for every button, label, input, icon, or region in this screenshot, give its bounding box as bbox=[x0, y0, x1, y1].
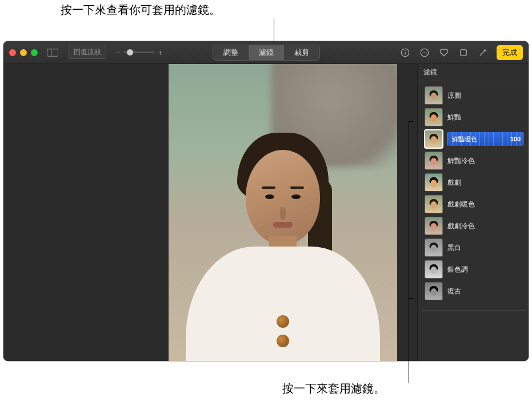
callout-top-leader bbox=[274, 18, 274, 41]
tab-filters[interactable]: 濾鏡 bbox=[249, 45, 284, 60]
panel-separator bbox=[422, 310, 526, 311]
aspect-icon[interactable] bbox=[458, 47, 469, 58]
filter-label: 鮮豔冷色 bbox=[447, 156, 475, 166]
filter-thumb bbox=[425, 195, 443, 213]
filter-label: 鮮豔 bbox=[447, 113, 461, 122]
filter-label: 戲劇 bbox=[447, 178, 461, 188]
filter-intensity-slider[interactable]: 鮮豔暖色100 bbox=[447, 132, 524, 146]
filter-鮮豔暖色[interactable]: 鮮豔暖色100 bbox=[423, 128, 525, 150]
filter-鮮豔[interactable]: 鮮豔 bbox=[423, 106, 525, 128]
filter-intensity-value: 100 bbox=[510, 136, 521, 142]
callout-bottom-leader bbox=[409, 299, 409, 383]
minimize-window-button[interactable] bbox=[20, 49, 27, 56]
svg-point-4 bbox=[405, 50, 405, 50]
filter-thumb bbox=[425, 282, 443, 300]
filters-panel: 濾鏡 原圖鮮豔鮮豔暖色100鮮豔冷色戲劇戲劇暖色戲劇冷色黑白銀色調復古 bbox=[417, 64, 529, 361]
filter-銀色調[interactable]: 銀色調 bbox=[423, 259, 525, 280]
filter-黑白[interactable]: 黑白 bbox=[423, 237, 525, 259]
titlebar: 回復原狀 − + 調整 濾鏡 裁剪 完成 bbox=[3, 41, 529, 64]
svg-point-8 bbox=[426, 52, 427, 53]
svg-rect-0 bbox=[47, 49, 58, 56]
filter-戲劇暖色[interactable]: 戲劇暖色 bbox=[423, 193, 525, 215]
more-icon[interactable] bbox=[419, 47, 430, 58]
filter-鮮豔冷色[interactable]: 鮮豔冷色 bbox=[423, 150, 525, 172]
filter-label: 鮮豔暖色 bbox=[452, 135, 477, 144]
done-button[interactable]: 完成 bbox=[497, 45, 523, 60]
filter-label: 銀色調 bbox=[447, 265, 468, 275]
filter-復古[interactable]: 復古 bbox=[423, 280, 525, 302]
close-window-button[interactable] bbox=[9, 49, 16, 56]
zoom-control[interactable]: − + bbox=[115, 48, 162, 57]
filters-bracket bbox=[409, 121, 413, 299]
edit-mode-segmented: 調整 濾鏡 裁剪 bbox=[213, 45, 320, 61]
zoom-in-icon[interactable]: + bbox=[158, 48, 162, 57]
photos-edit-window: 回復原狀 − + 調整 濾鏡 裁剪 完成 bbox=[3, 41, 529, 361]
zoom-slider[interactable] bbox=[123, 51, 154, 53]
filter-label: 原圖 bbox=[447, 91, 461, 101]
filter-thumb bbox=[425, 173, 443, 192]
filter-label: 黑白 bbox=[447, 243, 461, 253]
filter-戲劇冷色[interactable]: 戲劇冷色 bbox=[423, 215, 525, 237]
favorite-heart-icon[interactable] bbox=[438, 47, 450, 58]
callout-bottom: 按一下來套用濾鏡。 bbox=[282, 381, 385, 396]
filter-thumb bbox=[425, 130, 443, 148]
photo-canvas bbox=[3, 64, 417, 361]
filter-原圖[interactable]: 原圖 bbox=[423, 85, 525, 106]
info-icon[interactable] bbox=[399, 47, 411, 58]
auto-enhance-icon[interactable] bbox=[477, 47, 489, 58]
content-area: 濾鏡 原圖鮮豔鮮豔暖色100鮮豔冷色戲劇戲劇暖色戲劇冷色黑白銀色調復古 bbox=[3, 64, 529, 361]
tab-crop[interactable]: 裁剪 bbox=[284, 45, 319, 60]
filter-label: 戲劇冷色 bbox=[447, 221, 475, 231]
fullscreen-window-button[interactable] bbox=[31, 49, 38, 56]
panel-title: 濾鏡 bbox=[418, 64, 529, 81]
window-controls bbox=[9, 49, 38, 56]
zoom-out-icon[interactable]: − bbox=[115, 48, 120, 57]
sidebar-toggle-icon[interactable] bbox=[45, 47, 61, 58]
filter-thumb bbox=[425, 108, 443, 126]
right-toolbar: 完成 bbox=[399, 45, 523, 60]
svg-point-7 bbox=[424, 52, 425, 53]
tab-adjust[interactable]: 調整 bbox=[213, 45, 249, 60]
callout-top: 按一下來查看你可套用的濾鏡。 bbox=[61, 2, 221, 18]
photo-preview bbox=[169, 64, 397, 361]
svg-point-6 bbox=[422, 52, 423, 53]
filter-thumb bbox=[425, 260, 443, 279]
svg-rect-9 bbox=[461, 49, 467, 55]
filter-thumb bbox=[425, 86, 443, 105]
filters-list: 原圖鮮豔鮮豔暖色100鮮豔冷色戲劇戲劇暖色戲劇冷色黑白銀色調復古 bbox=[418, 81, 529, 307]
filter-label: 復古 bbox=[447, 287, 461, 296]
revert-button[interactable]: 回復原狀 bbox=[69, 46, 106, 59]
filter-戲劇[interactable]: 戲劇 bbox=[423, 172, 525, 193]
filter-thumb bbox=[425, 152, 443, 170]
filter-label: 戲劇暖色 bbox=[447, 200, 475, 209]
filter-thumb bbox=[425, 239, 443, 257]
filter-thumb bbox=[425, 217, 443, 235]
